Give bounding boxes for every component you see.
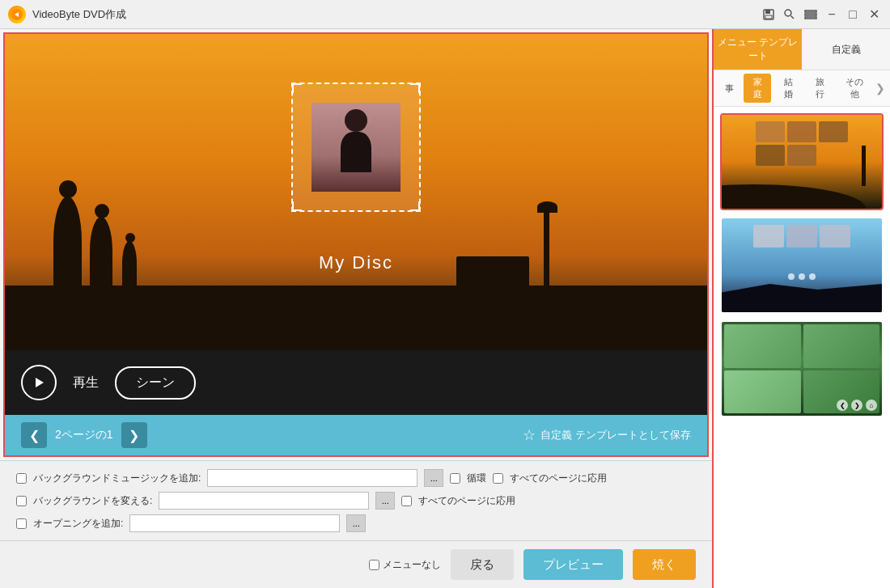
bg-change-browse-btn[interactable]: ... [375, 492, 395, 510]
svg-rect-6 [805, 11, 816, 12]
minimize-btn[interactable]: − [824, 6, 840, 23]
photo-inner [312, 103, 400, 192]
template-item-3[interactable]: ❮ ❯ ⌂ [720, 320, 884, 417]
bg-change-label: バックグラウンドを変える: [33, 494, 152, 508]
template-bg-3: ❮ ❯ ⌂ [722, 322, 882, 416]
app-title: VideoByte DVD作成 [32, 7, 761, 22]
bg-change-row: バックグラウンドを変える: ... すべてのページに応用 [16, 492, 696, 510]
tmpl-thumb-1-5 [787, 145, 816, 166]
content-area: My Disc 再生 シーン ❮ 2ページの1 ❯ [0, 29, 712, 588]
template-bg-1 [722, 115, 882, 209]
silhouette-head3 [125, 233, 135, 243]
tmpl2-thumb-3 [820, 225, 850, 247]
no-menu-check[interactable]: メニューなし [369, 558, 441, 572]
options-bar: バックグラウンドミュージックを追加: ... 循環 すべてのページに応用 バック… [0, 460, 712, 540]
template-list: ❮ ❯ ⌂ [714, 107, 890, 588]
bg-music-input[interactable] [207, 469, 417, 487]
settings-icon[interactable] [803, 6, 819, 23]
search-icon[interactable] [782, 6, 798, 23]
cat-tab-家庭[interactable]: 家庭 [744, 74, 771, 103]
window-controls: − □ ✕ [761, 6, 882, 23]
scene-button[interactable]: シーン [115, 366, 196, 400]
photo-frame [291, 82, 421, 212]
close-btn[interactable]: ✕ [866, 6, 882, 23]
template-sil-1 [722, 184, 882, 209]
bg-change-apply-all-checkbox[interactable] [401, 496, 412, 506]
burn-button[interactable]: 焼く [633, 549, 696, 580]
bg-music-checkbox[interactable] [16, 473, 27, 484]
cat-tab-事[interactable]: 事 [718, 80, 740, 97]
template-overlay-3: ❮ ❯ ⌂ [722, 322, 882, 416]
title-bar: VideoByte DVD作成 − □ ✕ [0, 0, 890, 29]
template-thumbnails-1 [756, 121, 848, 166]
bg-music-row: バックグラウンドミュージックを追加: ... 循環 すべてのページに応用 [16, 469, 696, 487]
tmpl-thumb-1-4 [756, 145, 785, 166]
opening-label: オープニングを追加: [33, 517, 123, 531]
tmpl2-thumb-1 [753, 225, 784, 247]
save-template-label: 自定義 テンプレートとして保存 [540, 428, 691, 442]
play-button[interactable] [21, 365, 57, 400]
bg-change-checkbox[interactable] [16, 496, 27, 506]
next-page-btn[interactable]: ❯ [121, 422, 147, 448]
opening-input[interactable] [129, 514, 340, 532]
category-arrow[interactable]: ❯ [875, 82, 885, 95]
loop-checkbox[interactable] [450, 473, 460, 484]
star-icon: ☆ [523, 426, 536, 444]
save-icon[interactable] [761, 6, 777, 23]
outer-wrapper: My Disc 再生 シーン ❮ 2ページの1 ❯ [0, 29, 712, 588]
ground [5, 286, 707, 350]
svg-line-5 [791, 15, 795, 19]
bg-music-apply-all-checkbox[interactable] [493, 473, 503, 484]
tmpl3-nav-next: ❯ [851, 400, 862, 411]
svg-rect-2 [765, 10, 770, 14]
silhouette-head1 [59, 180, 77, 198]
page-info: 2ページの1 [55, 428, 113, 442]
cat-tab-旅行[interactable]: 旅行 [806, 74, 833, 103]
action-bar: メニューなし 戻る プレビュー 焼く [0, 540, 712, 588]
preview-area: My Disc [5, 34, 707, 350]
tmpl-thumb-1-3 [819, 121, 848, 142]
tmpl3-nav-prev: ❮ [837, 400, 848, 411]
loop-label: 循環 [467, 472, 486, 485]
opening-checkbox[interactable] [16, 518, 27, 529]
category-tabs: 事 家庭 結婚 旅行 その他 ❯ [714, 70, 890, 107]
tmpl2-thumb-2 [786, 225, 817, 247]
silhouette-lamp-top [537, 201, 557, 213]
bg-change-input[interactable] [159, 492, 369, 510]
tab-template[interactable]: メニュー テンプレート [714, 29, 802, 70]
play-label: 再生 [73, 374, 99, 391]
tmpl3-nav-home: ⌂ [866, 400, 877, 411]
template-item-2[interactable] [720, 217, 884, 314]
opening-row: オープニングを追加: ... [16, 514, 696, 532]
right-panel: メニュー テンプレート 自定義 事 家庭 結婚 旅行 その他 ❯ [712, 29, 890, 588]
no-menu-checkbox[interactable] [369, 560, 379, 570]
app-logo [8, 6, 26, 23]
main-container: My Disc 再生 シーン ❮ 2ページの1 ❯ [0, 29, 890, 588]
pagination-bar: ❮ 2ページの1 ❯ ☆ 自定義 テンプレートとして保存 [5, 415, 707, 455]
panel-tabs: メニュー テンプレート 自定義 [714, 29, 890, 70]
cat-tab-その他[interactable]: その他 [837, 74, 872, 103]
tmpl-thumb-1-1 [756, 121, 785, 142]
page-navigation: ❮ 2ページの1 ❯ [21, 422, 147, 448]
bg-music-browse-btn[interactable]: ... [424, 469, 443, 487]
svg-rect-7 [805, 14, 816, 15]
opening-browse-btn[interactable]: ... [346, 514, 366, 532]
back-button[interactable]: 戻る [451, 549, 514, 580]
tmpl-lamp [862, 146, 866, 186]
silhouette-lamp [544, 209, 549, 286]
template-thumbs-2 [753, 225, 850, 247]
template-item-1[interactable] [720, 113, 884, 210]
tmpl2-dot-3 [809, 273, 816, 280]
tab-custom[interactable]: 自定義 [802, 29, 890, 70]
preview-wrapper: My Disc 再生 シーン ❮ 2ページの1 ❯ [3, 32, 709, 457]
bg-music-label: バックグラウンドミュージックを追加: [33, 472, 201, 485]
silhouette-person2 [90, 217, 112, 286]
cat-tab-結婚[interactable]: 結婚 [774, 74, 802, 103]
preview-button[interactable]: プレビュー [523, 549, 623, 580]
prev-page-btn[interactable]: ❮ [21, 422, 47, 448]
svg-point-4 [785, 10, 791, 16]
maximize-btn[interactable]: □ [845, 6, 861, 23]
silhouette-head2 [95, 204, 109, 218]
template-dots-2 [788, 273, 816, 280]
save-template-btn[interactable]: ☆ 自定義 テンプレートとして保存 [523, 426, 691, 444]
